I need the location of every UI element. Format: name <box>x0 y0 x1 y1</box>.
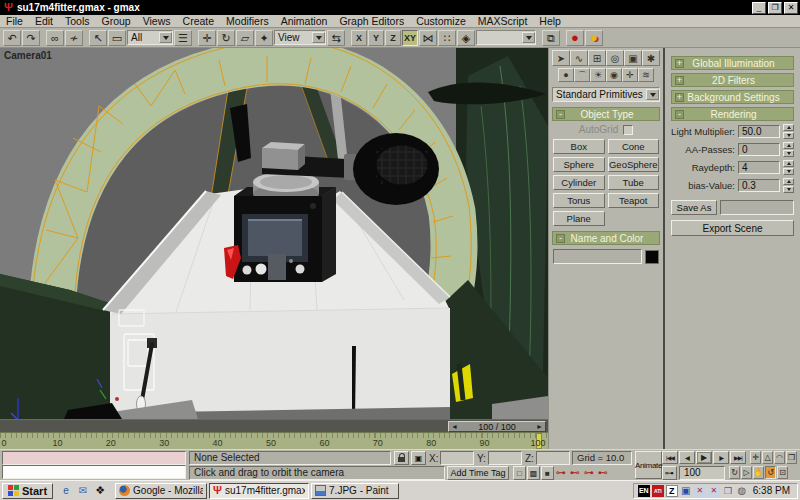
save-as-filename-input[interactable] <box>720 200 794 215</box>
time-slider-thumb[interactable]: ◄ 100 / 100 ► <box>448 421 546 432</box>
menu-item[interactable]: Modifiers <box>220 15 275 27</box>
save-as-button[interactable]: Save As <box>671 200 717 215</box>
spinner-down-icon[interactable] <box>783 186 794 193</box>
frame-forward-icon[interactable]: ► <box>536 422 543 431</box>
collapse-icon[interactable]: - <box>556 234 565 243</box>
create-category-icon[interactable]: ◉ <box>606 68 622 82</box>
field-input[interactable]: 50.0 <box>738 125 780 138</box>
viewport-3d-scene[interactable] <box>0 48 548 419</box>
create-category-icon[interactable]: ✛ <box>622 68 638 82</box>
restrict-y-button[interactable]: Y <box>368 30 384 46</box>
dropdown-arrow-icon[interactable] <box>522 32 535 43</box>
object-type-rollout[interactable]: - Object Type <box>552 107 660 121</box>
menu-item[interactable]: Customize <box>410 15 472 27</box>
orbit-camera-icon[interactable]: ↺ <box>765 466 776 479</box>
object-name-input[interactable] <box>553 249 642 264</box>
mirror-pair-icon[interactable]: ⇆ <box>327 30 345 46</box>
viewport-nav-icon[interactable]: ✛ <box>750 451 761 464</box>
command-panel-tab-icon[interactable]: ⊞ <box>588 50 606 66</box>
start-button[interactable]: Start <box>2 483 53 499</box>
minimize-button[interactable]: _ <box>752 2 766 14</box>
maxscript-listener-pink[interactable] <box>2 451 186 465</box>
create-category-icon[interactable]: ☀ <box>590 68 606 82</box>
field-input[interactable]: 4 <box>738 161 780 174</box>
language-indicator[interactable]: EN <box>638 485 650 497</box>
primitive-button[interactable]: Cylinder <box>553 175 605 190</box>
unlink-icon[interactable]: ≁ <box>65 30 83 46</box>
shading-cube-icon[interactable]: □ <box>513 466 526 480</box>
menu-item[interactable]: Group <box>96 15 137 27</box>
autogrid-checkbox[interactable] <box>623 125 633 135</box>
taskbar-task-firefox[interactable]: Google - Mozilla Firefox <box>115 483 207 499</box>
viewport-nav-icon[interactable]: △ <box>762 451 773 464</box>
array-icon[interactable]: ∷ <box>438 30 456 46</box>
expand-icon[interactable]: + <box>675 76 684 85</box>
absolute-offset-toggle[interactable]: ▣ <box>411 451 426 465</box>
spinner-control[interactable] <box>783 124 794 139</box>
dropdown-arrow-icon[interactable] <box>312 32 325 43</box>
menu-item[interactable]: Tools <box>59 15 96 27</box>
taskbar-task-paint[interactable]: 7.JPG - Paint <box>311 483 399 499</box>
mirror-icon[interactable]: ⋈ <box>419 30 437 46</box>
device-disconnected-icon[interactable]: ✕ <box>708 485 720 497</box>
restrict-x-button[interactable]: X <box>351 30 367 46</box>
command-panel-tab-icon[interactable]: ◎ <box>606 50 624 66</box>
x-coord-field[interactable] <box>440 451 474 465</box>
selection-lock-button[interactable] <box>394 451 409 465</box>
primitive-button[interactable]: Teapot <box>608 193 660 208</box>
time-slider-track[interactable]: ◄ 100 / 100 ► <box>0 419 548 432</box>
spinner-down-icon[interactable] <box>783 132 794 139</box>
spinner-up-icon[interactable] <box>783 124 794 131</box>
primitive-button[interactable]: GeoSphere <box>608 157 660 172</box>
rotate-icon[interactable]: ↻ <box>217 30 235 46</box>
primitive-button[interactable]: Tube <box>608 175 660 190</box>
expand-icon[interactable]: + <box>675 59 684 68</box>
command-panel-tab-icon[interactable]: ▣ <box>624 50 642 66</box>
play-animation-icon[interactable]: ▶ <box>696 451 712 464</box>
layers-icon[interactable]: ⧉ <box>542 30 560 46</box>
z-tray-icon[interactable]: Z <box>666 485 678 497</box>
utility-tray-icon[interactable]: ▣ <box>680 485 692 497</box>
taskbar-task-gmax[interactable]: Ψ su17m4fitter.gmax - ... <box>209 483 309 499</box>
previous-frame-icon[interactable]: ◀| <box>679 451 695 464</box>
viewport-nav-icon[interactable]: ⊡ <box>777 466 788 479</box>
restrict-z-button[interactable]: Z <box>385 30 401 46</box>
ati-tray-icon[interactable]: ATI <box>652 485 664 497</box>
restore-button[interactable]: ❐ <box>768 2 782 14</box>
primitive-button[interactable]: Torus <box>553 193 605 208</box>
primitive-button[interactable]: Plane <box>553 211 605 226</box>
current-frame-field[interactable]: 100 <box>679 466 725 480</box>
create-category-icon[interactable]: ⌒ <box>574 68 590 82</box>
manipulate-icon[interactable]: ✦ <box>255 30 273 46</box>
command-panel-tab-icon[interactable]: ➤ <box>552 50 570 66</box>
go-to-end-icon[interactable]: ▶▶| <box>730 451 746 464</box>
command-panel-tab-icon[interactable]: ∿ <box>570 50 588 66</box>
timeline-ruler[interactable]: 0102030405060708090100 <box>0 432 548 449</box>
close-button[interactable]: ✕ <box>784 2 798 14</box>
scale-icon[interactable]: ▱ <box>236 30 254 46</box>
spinner-down-icon[interactable] <box>783 150 794 157</box>
menu-item[interactable]: Help <box>533 15 567 27</box>
selection-filter-dropdown[interactable]: All <box>127 30 173 45</box>
key-filter-icon[interactable]: ⊶ <box>584 467 594 478</box>
render-icon[interactable]: ● <box>566 30 584 46</box>
viewport-nav-icon[interactable]: ❒ <box>786 451 797 464</box>
viewport-nav-icon[interactable]: ✋ <box>753 466 764 479</box>
key-mode-toggle[interactable]: ⊶ <box>662 466 677 480</box>
object-class-dropdown[interactable]: Standard Primitives <box>552 87 660 102</box>
create-category-icon[interactable]: ● <box>558 68 574 82</box>
shading-cube-icon[interactable]: ■ <box>541 466 554 480</box>
undo-icon[interactable]: ↶ <box>3 30 21 46</box>
key-filter-icon[interactable]: ⊶ <box>556 467 566 478</box>
2d-filters-rollout[interactable]: + 2D Filters <box>671 73 794 87</box>
frame-back-icon[interactable]: ◄ <box>451 422 458 431</box>
region-select-icon[interactable]: ▭ <box>108 30 126 46</box>
quick-launch-icon[interactable]: e <box>59 484 73 498</box>
global-illumination-rollout[interactable]: + Global Illumination <box>671 56 794 70</box>
primitive-button[interactable]: Cone <box>608 139 660 154</box>
spinner-down-icon[interactable] <box>783 168 794 175</box>
spinner-up-icon[interactable] <box>783 160 794 167</box>
menu-item[interactable]: Animation <box>275 15 334 27</box>
z-coord-field[interactable] <box>536 451 570 465</box>
y-coord-field[interactable] <box>488 451 522 465</box>
